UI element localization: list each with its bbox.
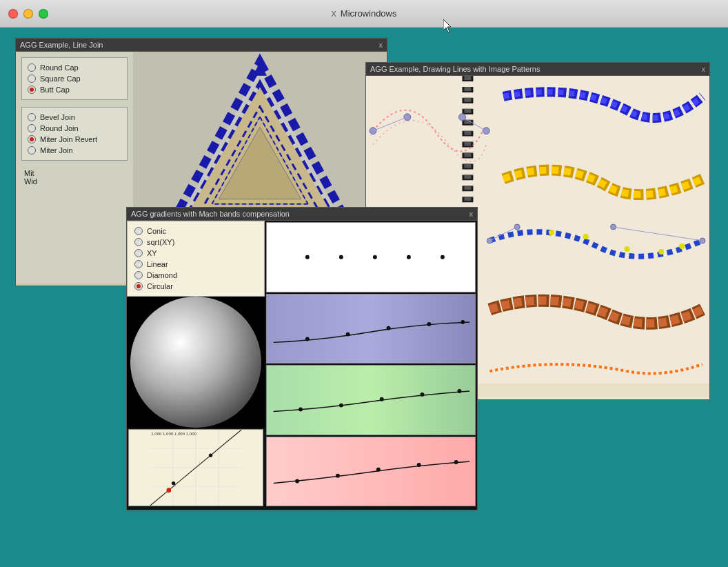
- radio-circular-label: Circular: [147, 282, 173, 290]
- radio-round-join-circle[interactable]: [28, 124, 36, 132]
- radio-conic-circle[interactable]: [134, 227, 143, 235]
- window-controls[interactable]: [8, 9, 48, 19]
- radio-round-cap-circle[interactable]: [28, 63, 36, 72]
- gradients-close[interactable]: x: [469, 210, 474, 218]
- svg-point-29: [549, 230, 554, 235]
- radio-xy-circle[interactable]: [134, 249, 143, 257]
- line-join-controls: Round Cap Square Cap Butt Cap Bevel Join: [16, 52, 133, 284]
- svg-point-59: [427, 321, 431, 326]
- title-bar: X Microwindows: [0, 0, 728, 28]
- radio-sqrt-xy-circle[interactable]: [134, 238, 143, 246]
- curve-chart: 1.000 1.000 1.000 1.000: [128, 429, 263, 506]
- grad-bar-blue: [266, 294, 476, 364]
- svg-point-69: [336, 473, 340, 477]
- radio-xy[interactable]: XY: [134, 248, 257, 259]
- app-title: X Microwindows: [332, 8, 397, 19]
- svg-point-32: [658, 249, 664, 255]
- radio-bevel-join[interactable]: Bevel Join: [28, 112, 121, 123]
- gradients-title: AGG gradients with Mach bands compensati…: [131, 210, 290, 218]
- svg-point-62: [299, 408, 303, 412]
- radio-miter-join-circle[interactable]: [28, 146, 36, 155]
- close-button[interactable]: [8, 9, 18, 19]
- svg-point-64: [380, 397, 384, 401]
- radio-circular-circle[interactable]: [134, 282, 143, 290]
- radio-bevel-join-label: Bevel Join: [40, 113, 75, 121]
- svg-point-47: [209, 453, 212, 457]
- radio-miter-join-revert[interactable]: Miter Join Revert: [28, 134, 121, 145]
- radio-miter-join-revert-label: Miter Join Revert: [40, 135, 97, 143]
- svg-point-72: [454, 460, 458, 464]
- miter-label: Mit: [24, 169, 125, 177]
- radio-bevel-join-circle[interactable]: [28, 113, 36, 121]
- grad-bar-pink: [266, 437, 476, 507]
- radio-conic[interactable]: Conic: [134, 226, 257, 237]
- svg-point-68: [295, 479, 299, 483]
- drawing-title: AGG Example, Drawing Lines with Image Pa…: [370, 65, 540, 73]
- grad-sphere: [130, 297, 261, 428]
- radio-butt-cap-label: Butt Cap: [40, 86, 70, 94]
- svg-point-65: [421, 392, 425, 397]
- radio-linear-circle[interactable]: [134, 260, 143, 268]
- drawing-titlebar: AGG Example, Drawing Lines with Image Pa…: [366, 63, 709, 76]
- radio-diamond[interactable]: Diamond: [134, 270, 257, 281]
- radio-linear[interactable]: Linear: [134, 259, 257, 270]
- radio-square-cap-circle[interactable]: [28, 74, 36, 83]
- radio-round-cap-label: Round Cap: [40, 63, 79, 72]
- line-join-titlebar: AGG Example, Line Join x: [16, 39, 387, 52]
- grad-bar-green: [266, 365, 476, 435]
- line-join-close[interactable]: x: [379, 41, 383, 49]
- cap-radio-group: Round Cap Square Cap Butt Cap: [21, 57, 128, 100]
- svg-point-70: [376, 467, 381, 471]
- grad-left-panel: Conic sqrt(XY) XY Linear Diamond: [127, 221, 265, 508]
- radio-conic-label: Conic: [147, 227, 166, 235]
- radio-square-cap[interactable]: Square Cap: [28, 73, 121, 84]
- miter-info: Mit Wid: [21, 168, 128, 187]
- radio-miter-join-label: Miter Join: [40, 146, 73, 155]
- svg-point-52: [373, 255, 377, 259]
- svg-text:1.000  1.000  1.000  1.000: 1.000 1.000 1.000 1.000: [151, 432, 196, 436]
- app-title-text: Microwindows: [341, 8, 397, 19]
- line-join-title: AGG Example, Line Join: [20, 41, 103, 49]
- radio-miter-join[interactable]: Miter Join: [28, 145, 121, 156]
- grad-sphere-area: [127, 297, 265, 428]
- width-label: Wid: [24, 177, 125, 186]
- minimize-button[interactable]: [23, 9, 33, 19]
- svg-point-57: [346, 332, 350, 336]
- radio-round-join-label: Round Join: [40, 124, 79, 132]
- radio-sqrt-xy[interactable]: sqrt(XY): [134, 237, 257, 248]
- radio-diamond-circle[interactable]: [134, 271, 143, 279]
- svg-point-31: [624, 246, 629, 252]
- grad-bar-white: [266, 222, 476, 292]
- grad-right-panel: [265, 221, 477, 508]
- radio-round-cap[interactable]: Round Cap: [28, 62, 121, 73]
- svg-point-46: [172, 481, 175, 485]
- radio-circular[interactable]: Circular: [134, 281, 257, 292]
- svg-point-50: [305, 255, 310, 259]
- svg-point-19: [370, 128, 376, 135]
- curve-chart-svg: 1.000 1.000 1.000 1.000: [129, 430, 263, 506]
- join-radio-group: Bevel Join Round Join Miter Join Revert …: [21, 107, 128, 161]
- svg-point-58: [387, 326, 391, 330]
- radio-sqrt-xy-label: sqrt(XY): [147, 238, 174, 246]
- svg-point-30: [583, 234, 589, 239]
- app-icon: X: [332, 10, 336, 18]
- radio-square-cap-label: Square Cap: [40, 74, 81, 83]
- radio-round-join[interactable]: Round Join: [28, 123, 121, 134]
- svg-point-48: [166, 488, 171, 493]
- radio-linear-label: Linear: [147, 260, 168, 268]
- radio-butt-cap-circle[interactable]: [28, 86, 36, 94]
- svg-point-33: [679, 243, 685, 249]
- radio-butt-cap[interactable]: Butt Cap: [28, 84, 121, 95]
- svg-rect-61: [267, 383, 475, 417]
- svg-point-66: [458, 389, 462, 393]
- drawing-close[interactable]: x: [702, 65, 706, 73]
- svg-point-53: [407, 255, 411, 259]
- svg-point-60: [461, 320, 465, 324]
- maximize-button[interactable]: [39, 9, 48, 19]
- svg-point-71: [417, 463, 421, 467]
- svg-point-51: [339, 255, 343, 259]
- radio-diamond-label: Diamond: [147, 271, 177, 279]
- grad-options: Conic sqrt(XY) XY Linear Diamond: [127, 221, 265, 297]
- radio-miter-join-revert-circle[interactable]: [28, 135, 36, 143]
- svg-point-54: [441, 255, 445, 259]
